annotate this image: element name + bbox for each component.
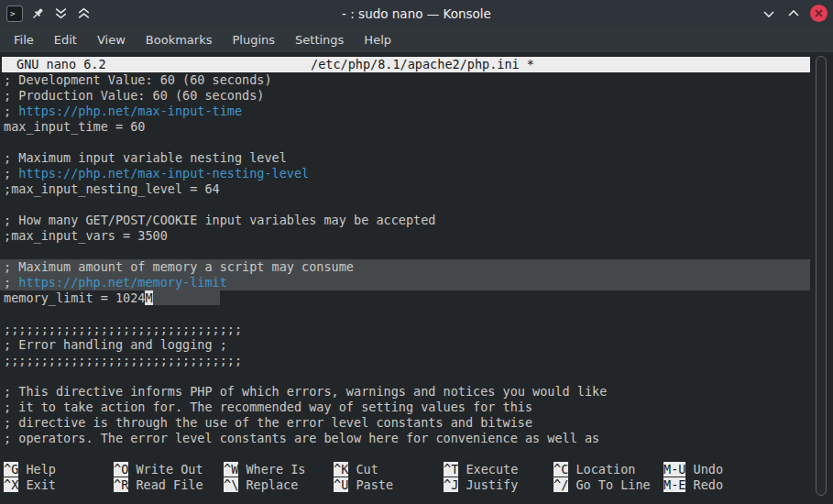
menu-item-file[interactable]: File (4, 29, 44, 50)
shortcut-label: Write Out (128, 462, 203, 477)
editor-line (0, 244, 810, 259)
editor-line: memory_limit = 1024M (0, 290, 810, 306)
editor-line: ;max_input_vars = 3500 (0, 228, 810, 244)
shortcut-replace: ^\ Replace (224, 477, 298, 493)
editor-line: ; How many GET/POST/COOKIE input variabl… (0, 213, 810, 228)
window-controls (761, 0, 828, 27)
shortcut-help: ^G Help (4, 462, 56, 477)
shortcut-label: Exit (18, 477, 56, 492)
scrollbar[interactable] (815, 56, 829, 500)
shortcut-label: Go To Line (568, 477, 650, 492)
shortcut-key: ^T (444, 462, 458, 477)
shortcut-label: Paste (348, 477, 393, 492)
shortcut-key: ^G (4, 462, 18, 477)
shortcut-key: ^U (334, 477, 348, 492)
shortcut-key: ^O (114, 462, 128, 477)
close-icon[interactable] (810, 5, 828, 22)
nano-titlebar: GNU nano 6.2 /etc/php/8.1/apache2/php.in… (2, 57, 810, 72)
editor-text: ; it to take action for. The recommended… (4, 400, 532, 414)
editor-text: ; Production Value: 60 (60 seconds) (4, 88, 264, 103)
shortcut-key: ^/ (554, 477, 568, 492)
editor-text: ; (4, 166, 18, 181)
shortcut-key: ^C (554, 462, 568, 477)
editor-line: max_input_time = 60 (0, 119, 810, 135)
editor-line-selected: ; Maximum amount of memory a script may … (0, 259, 810, 275)
editor-line: ; directive is through the use of the er… (0, 415, 810, 431)
shortcut-key: ^R (114, 477, 128, 492)
editor-text: max_input_time = 60 (4, 119, 145, 134)
shortcut-label: Execute (458, 462, 518, 477)
menu-item-edit[interactable]: Edit (44, 29, 87, 50)
shortcut-write-out: ^O Write Out (114, 462, 203, 477)
url-text: https://php.net/memory-limit (18, 275, 227, 290)
shortcut-exit: ^X Exit (4, 477, 56, 493)
shortcut-paste: ^U Paste (334, 477, 393, 493)
editor-text: ; directive is through the use of the er… (4, 415, 532, 430)
menubar: FileEditViewBookmarksPluginsSettingsHelp (0, 27, 833, 52)
editor-line: ; Error handling and logging ; (0, 337, 810, 353)
shortcut-key: ^J (444, 477, 458, 492)
editor-text: ; This directive informs PHP of which er… (4, 384, 607, 399)
editor-text: ; Development Value: 60 (60 seconds) (4, 72, 272, 87)
shortcut-key: ^X (4, 477, 18, 492)
text-cursor: M (145, 290, 152, 305)
editor-text: ; Maximum amount of memory a script may … (4, 259, 354, 274)
konsole-app-icon[interactable]: > (6, 5, 23, 22)
editor-text: ; (4, 275, 18, 290)
editor-line: ;;;;;;;;;;;;;;;;;;;;;;;;;;;;;;;; (0, 322, 810, 337)
menu-item-settings[interactable]: Settings (285, 29, 354, 50)
nano-file-path: /etc/php/8.1/apache2/php.ini * (311, 57, 534, 72)
url-text: https://php.net/max-input-nesting-level (18, 166, 309, 181)
editor-line (0, 368, 810, 384)
shortcut-read-file: ^R Read File (114, 477, 203, 493)
minimize-icon[interactable] (761, 5, 777, 22)
shortcut-cut: ^K Cut (334, 462, 378, 477)
shortcut-undo: M-U Undo (663, 462, 723, 477)
editor-line: ; it to take action for. The recommended… (0, 400, 810, 415)
editor-line (0, 197, 810, 213)
nano-shortcut-bar: ^G Help^O Write Out^W Where Is^K Cut^T E… (0, 462, 810, 493)
shortcut-label: Replace (238, 477, 298, 492)
shortcut-label: Help (18, 462, 56, 477)
terminal-area[interactable]: GNU nano 6.2 /etc/php/8.1/apache2/php.in… (0, 52, 833, 504)
menu-item-view[interactable]: View (87, 29, 136, 50)
shortcut-location: ^C Location (554, 462, 635, 477)
shortcut-key: M-U (663, 462, 685, 477)
menu-item-plugins[interactable]: Plugins (222, 29, 285, 50)
editor-line: ;max_input_nesting_level = 64 (0, 181, 810, 197)
shortcut-label: Cut (348, 462, 378, 477)
scrollbar-thumb[interactable] (816, 56, 827, 496)
editor-text: ;max_input_nesting_level = 64 (4, 181, 220, 196)
maximize-icon[interactable] (785, 5, 802, 22)
shortcut-go-to-line: ^/ Go To Line (554, 477, 651, 493)
shortcut-key: ^K (334, 462, 348, 477)
pin-icon[interactable] (29, 5, 46, 22)
editor-line (0, 306, 810, 322)
shortcut-label: Justify (458, 477, 518, 492)
editor-text: ;max_input_vars = 3500 (4, 228, 168, 243)
editor-text: ; (4, 104, 18, 118)
titlebar-left-icons: > (0, 5, 92, 22)
editor-text: ; operators. The error level constants a… (4, 431, 599, 445)
shortcut-where-is: ^W Where Is (224, 462, 305, 477)
editor-text: ; Maximum input variable nesting level (4, 150, 287, 165)
keep-below-icon[interactable] (52, 5, 69, 22)
keep-above-icon[interactable] (75, 5, 92, 22)
shortcut-key: M-E (663, 477, 685, 492)
shortcut-label: Location (568, 462, 635, 477)
shortcut-redo: M-E Redo (663, 477, 723, 493)
editor-line (0, 135, 810, 150)
editor-text: ;;;;;;;;;;;;;;;;;;;;;;;;;;;;;;;; (4, 353, 242, 367)
shortcut-label: Read File (128, 477, 203, 492)
editor-text: memory_limit = 1024 (4, 290, 145, 305)
editor-line: ; Production Value: 60 (60 seconds) (0, 88, 810, 104)
shortcut-label: Redo (685, 477, 723, 492)
titlebar: > - : (0, 0, 833, 27)
menu-item-help[interactable]: Help (354, 29, 401, 50)
nano-version: GNU nano 6.2 (16, 57, 106, 72)
konsole-window: > - : (0, 0, 833, 504)
menu-item-bookmarks[interactable]: Bookmarks (136, 29, 223, 50)
editor-line: ; https://php.net/max-input-time (0, 104, 810, 119)
editor-line: ;;;;;;;;;;;;;;;;;;;;;;;;;;;;;;;; (0, 353, 810, 368)
editor-content: ; Development Value: 60 (60 seconds); Pr… (0, 72, 810, 446)
